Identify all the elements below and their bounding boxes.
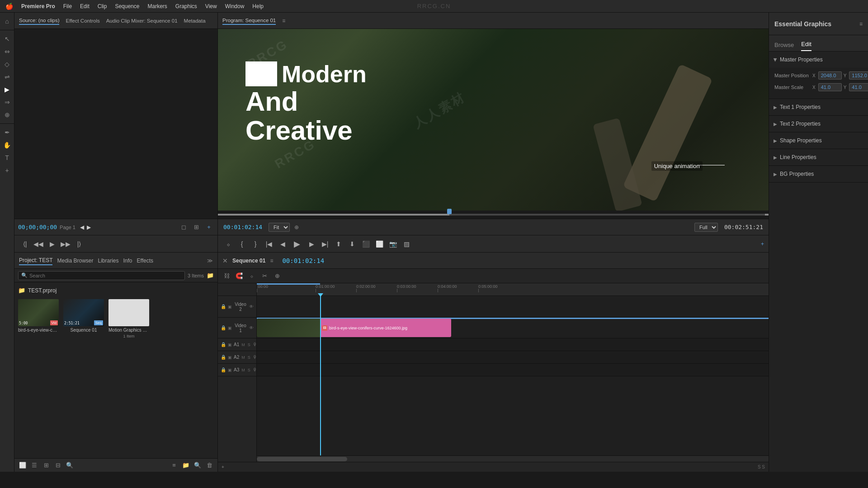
track-row-a2[interactable] (257, 351, 769, 364)
fit-select[interactable]: Fit (269, 223, 290, 232)
prog-lift[interactable]: ⬆ (333, 238, 344, 250)
menu-window[interactable]: Window (225, 3, 245, 9)
slip-tool[interactable]: ⇌ (1, 71, 13, 83)
magnify-icon[interactable]: ⊕ (294, 224, 299, 230)
timeline-menu-icon[interactable]: ≡ (270, 258, 273, 264)
clip-aerial[interactable] (257, 319, 325, 337)
prog-add-btn[interactable]: + (761, 241, 764, 247)
src-play[interactable]: ▶ (46, 238, 58, 250)
project-item-aerial[interactable]: Vid 5:00 bird-s-eye-view-conife... (18, 299, 59, 338)
menu-file[interactable]: File (63, 3, 72, 9)
v2-lock-icon[interactable]: 🔒 (221, 304, 226, 309)
prog-mark-out[interactable]: } (250, 238, 261, 250)
selection-arrow[interactable]: ▶ (1, 84, 13, 95)
add-track-button[interactable]: + (1, 164, 13, 176)
menu-markers[interactable]: Markers (147, 3, 167, 9)
tab-effect-controls[interactable]: Effect Controls (66, 17, 99, 24)
src-step-fwd[interactable]: |⟩ (73, 238, 85, 250)
track-row-a1[interactable] (257, 338, 769, 351)
a1-s-btn[interactable]: S (248, 343, 250, 347)
prog-prev-keyframe[interactable]: |◀ (263, 238, 275, 250)
new-item-btn[interactable]: ⬜ (18, 461, 27, 470)
prog-back-frame[interactable]: ◀ (277, 238, 288, 250)
eg-section-master-header[interactable]: ▶ Master Properties (769, 52, 868, 68)
prog-mark-in[interactable]: { (236, 238, 248, 250)
search-btn3[interactable]: 🔍 (193, 461, 202, 470)
a1-m-btn[interactable]: M (241, 343, 245, 347)
selection-tool[interactable]: ↖ (1, 33, 13, 45)
eg-section-text1-header[interactable]: ▶ Text 1 Properties (769, 99, 868, 115)
timeline-ruler[interactable]: :00:00 0:01:00:00 0:02:00:00 0:03:00:00 … (257, 283, 769, 296)
razor-tool[interactable]: ◇ (1, 58, 13, 70)
tl-link-btn[interactable]: ⛓ (222, 271, 231, 281)
program-menu-icon[interactable]: ≡ (282, 18, 285, 24)
tab-metadata[interactable]: Metadata (184, 17, 206, 24)
zoom-tool[interactable]: ⊕ (1, 109, 13, 121)
src-step-back[interactable]: ⟨| (19, 238, 31, 250)
track-row-a3[interactable] (257, 364, 769, 376)
prog-camera[interactable]: 📷 (387, 238, 399, 250)
v2-eye-icon[interactable]: 👁 (249, 304, 254, 309)
prog-extract[interactable]: ⬇ (346, 238, 358, 250)
prog-overwrite[interactable]: ⬜ (373, 238, 385, 250)
master-position-x[interactable]: 2048.0 (818, 71, 842, 80)
menu-premiere-pro[interactable]: Premiere Pro (21, 3, 55, 9)
master-position-y[interactable]: 1152.0 (849, 71, 868, 80)
menu-help[interactable]: Help (252, 3, 264, 9)
prog-marker-in[interactable]: ⬦ (222, 238, 234, 250)
clip-pink[interactable]: 🖼 bird-s-eye-view-conifers-curve-1624600… (320, 319, 451, 337)
prog-export-frame[interactable]: ▨ (401, 238, 412, 250)
tab-audio-mixer[interactable]: Audio Clip Mixer: Sequence 01 (106, 17, 178, 24)
hand-tool[interactable]: ✋ (1, 139, 13, 151)
type-tool[interactable]: T (1, 152, 13, 164)
src-fwd[interactable]: ▶▶ (60, 238, 71, 250)
prog-next-frame[interactable]: ▶ (306, 238, 317, 250)
master-scale-x[interactable]: 41.0 (818, 83, 842, 91)
prog-play[interactable]: ▶ (290, 237, 304, 251)
a2-m-btn[interactable]: M (241, 355, 245, 360)
eg-section-line-header[interactable]: ▶ Line Properties (769, 149, 868, 165)
source-marker-btn[interactable]: ◻ (179, 222, 189, 232)
track-row-v1[interactable]: 🖼 bird-s-eye-view-conifers-curve-1624600… (257, 318, 769, 338)
eg-tab-browse[interactable]: Browse (774, 42, 794, 51)
tab-source[interactable]: Source: (no clips) (19, 17, 59, 25)
a2-s-btn[interactable]: S (248, 355, 250, 360)
timeline-footer-add[interactable]: + (222, 465, 224, 469)
menu-view[interactable]: View (205, 3, 217, 9)
project-item-template[interactable]: Motion Graphics Te... 1 Item (108, 299, 149, 338)
tab-media-browser[interactable]: Media Browser (57, 257, 93, 265)
menu-clip[interactable]: Clip (98, 3, 107, 9)
tl-marker-btn[interactable]: ⬦ (247, 271, 257, 281)
home-button[interactable]: ⌂ (1, 15, 13, 27)
project-search-input[interactable] (29, 273, 182, 278)
delete-btn[interactable]: 🗑 (205, 461, 214, 470)
tab-libraries[interactable]: Libraries (98, 257, 119, 265)
new-folder-btn2[interactable]: 📁 (181, 461, 190, 470)
page-prev[interactable]: ◀ (80, 224, 84, 230)
menu-graphics[interactable]: Graphics (175, 3, 197, 9)
folder-name[interactable]: TEST.prproj (28, 287, 57, 294)
tl-snap-btn[interactable]: 🧲 (234, 271, 244, 281)
v1-eye-icon[interactable]: 👁 (249, 325, 254, 330)
project-panel-menu[interactable]: ≫ (207, 258, 213, 264)
program-playbar[interactable] (218, 211, 769, 219)
project-search-box[interactable]: 🔍 (18, 271, 185, 280)
tab-project[interactable]: Project: TEST (19, 256, 52, 265)
list-menu-btn[interactable]: ≡ (170, 461, 179, 470)
timeline-scrollbar[interactable] (257, 455, 769, 462)
eg-tab-edit[interactable]: Edit (801, 41, 811, 51)
track-select-fwd[interactable]: ⇒ (1, 96, 13, 108)
icon-view-btn[interactable]: ⊞ (42, 461, 51, 470)
project-item-sequence[interactable]: Seq 2:51:21 Sequence 01 (63, 299, 104, 338)
a2-lock-icon[interactable]: 🔒 (221, 355, 226, 360)
menu-edit[interactable]: Edit (80, 3, 90, 9)
page-next[interactable]: ▶ (87, 224, 91, 230)
prog-insert[interactable]: ⬛ (360, 238, 372, 250)
sort-btn[interactable]: ⊟ (53, 461, 62, 470)
new-folder-btn[interactable]: 📁 (207, 272, 214, 279)
timeline-close-btn[interactable]: ✕ (222, 257, 228, 264)
list-view-btn[interactable]: ☰ (30, 461, 39, 470)
eg-section-bg-header[interactable]: ▶ BG Properties (769, 166, 868, 182)
v1-lock-icon[interactable]: 🔒 (221, 325, 226, 330)
eg-section-shape-header[interactable]: ▶ Shape Properties (769, 132, 868, 149)
